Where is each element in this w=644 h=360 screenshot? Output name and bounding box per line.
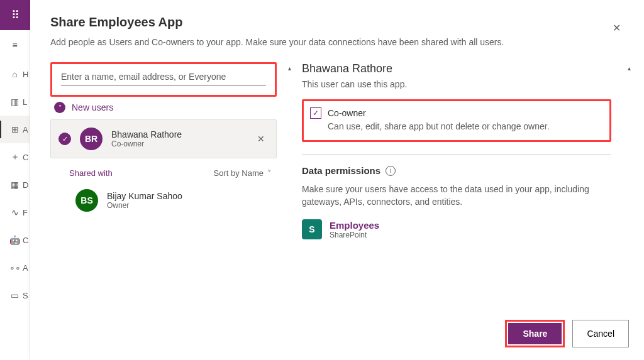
dialog-subtitle: Add people as Users and Co-owners to you… [50,37,624,47]
connection-name: Employees [330,220,379,231]
nav-solutions[interactable]: ▭ S [0,281,30,309]
selected-user-name: Bhawana Rathore [302,62,611,75]
info-icon[interactable]: i [386,166,396,176]
divider [302,155,611,155]
user-role: Owner [107,201,272,210]
remove-user-button[interactable]: ✕ [253,134,269,144]
nav-chatbots[interactable]: 🤖 C [0,226,30,254]
people-search-input[interactable] [61,68,266,86]
bot-icon: 🤖 [9,235,20,245]
learn-icon: ▥ [11,97,19,107]
user-name: Bijay Kumar Sahoo [107,191,272,201]
data-permissions-title: Data permissions i [302,165,611,176]
sort-by-name[interactable]: Sort by Name ˅ [214,168,272,178]
nav-learn[interactable]: ▥ L [0,88,30,116]
close-button[interactable]: ✕ [606,18,626,38]
people-pane: ˅ New users ✓ BR Bhawana Rathore Co-owne… [50,62,277,312]
app-launcher[interactable]: ⠿ [0,0,30,30]
avatar: BS [75,189,98,212]
new-users-label: New users [72,102,113,112]
right-scroll[interactable]: ▴ [624,62,634,312]
data-icon: ▦ [11,180,19,190]
coowner-checkbox[interactable]: ✓ [310,107,321,119]
connection-row[interactable]: S Employees SharePoint [302,219,611,239]
share-highlight: Share [505,320,565,347]
user-role: Co-owner [111,139,245,148]
nav-data[interactable]: ▦ D [0,171,30,199]
waffle-icon: ⠿ [11,9,19,21]
new-user-row[interactable]: ✓ BR Bhawana Rathore Co-owner ✕ [50,119,277,158]
coowner-description: Can use, edit, share app but not delete … [328,121,601,131]
selected-check-icon[interactable]: ✓ [58,133,71,145]
nav-flows[interactable]: ∿ F [0,199,30,226]
new-users-section[interactable]: ˅ New users [50,99,277,119]
ai-icon: ∘∘ [9,263,21,273]
nav-create[interactable]: ＋ C [0,143,30,171]
plus-icon: ＋ [11,151,19,163]
flow-icon: ∿ [11,207,19,217]
cancel-button[interactable]: Cancel [572,320,629,347]
chevron-down-icon: ˅ [267,168,272,178]
left-nav-rail: ⠿ ≡ ⌂ H ▥ L ⊞ A ＋ C ▦ D ∿ F 🤖 C ∘∘ A ▭ S [0,0,30,360]
scroll-up-icon: ▴ [288,65,291,312]
sharepoint-icon: S [302,219,322,239]
close-icon: ✕ [613,22,621,34]
left-scroll[interactable]: ▴ [284,62,294,312]
avatar: BR [80,128,103,150]
nav-ai[interactable]: ∘∘ A [0,254,30,281]
share-button[interactable]: Share [508,323,562,344]
data-permissions-desc: Make sure your users have access to the … [302,183,611,208]
dialog-header: Share Employees App Add people as Users … [30,0,644,57]
share-app-dialog: ✕ Share Employees App Add people as User… [30,0,644,360]
hamburger-icon: ≡ [12,40,17,50]
shared-user-row[interactable]: BS Bijay Kumar Sahoo Owner [50,183,277,218]
dialog-title: Share Employees App [50,15,624,30]
shared-with-header: Shared with Sort by Name ˅ [50,158,277,183]
coowner-label: Co-owner [328,108,366,118]
user-name: Bhawana Rathore [111,129,245,139]
dialog-footer: Share Cancel [30,312,644,360]
connection-type: SharePoint [330,231,379,239]
selected-user-subtitle: This user can use this app. [302,79,611,89]
nav-apps[interactable]: ⊞ A [0,116,30,143]
nav-home[interactable]: ⌂ H [0,60,30,88]
solutions-icon: ▭ [11,290,19,300]
apps-icon: ⊞ [11,124,19,134]
nav-hamburger[interactable]: ≡ [0,30,30,60]
home-icon: ⌂ [12,69,17,79]
chevron-down-icon: ˅ [54,102,65,113]
coowner-highlight: ✓ Co-owner Can use, edit, share app but … [302,99,611,142]
search-highlight [50,62,277,97]
shared-with-label: Shared with [69,168,113,178]
scroll-up-icon: ▴ [628,65,631,312]
details-pane: Bhawana Rathore This user can use this a… [302,62,616,312]
